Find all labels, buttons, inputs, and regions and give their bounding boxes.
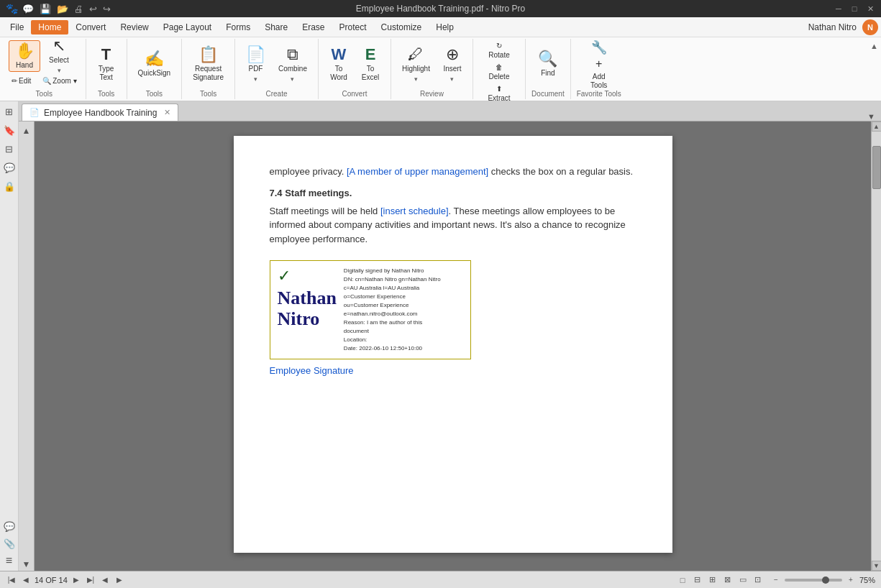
thumbnails-panel-icon[interactable]: ⊟ <box>2 142 17 156</box>
highlight-dropdown-icon: ▾ <box>414 75 418 83</box>
sig-info-line-10: Date: 2022-06-10 12:50+10:00 <box>344 344 441 353</box>
menu-home[interactable]: Home <box>31 20 68 35</box>
scrollbar-track[interactable] <box>872 132 882 561</box>
left-panel: ⊞ 🔖 ⊟ 💬 🔒 💬 📎 ≡ <box>0 101 19 571</box>
pdf-button[interactable]: 📄 PDF ▾ <box>241 42 270 88</box>
quicksign-button[interactable]: ✍ QuickSign <box>133 42 176 88</box>
redo-icon[interactable]: ↪ <box>103 4 111 14</box>
menu-share[interactable]: Share <box>257 20 295 35</box>
menu-convert[interactable]: Convert <box>68 20 113 35</box>
type-text-button[interactable]: T TypeText <box>92 42 121 88</box>
menu-pagelayout[interactable]: Page Layout <box>156 20 219 35</box>
collapse-panel-button[interactable]: ▼ <box>867 112 875 121</box>
zoom-slider[interactable] <box>785 579 842 582</box>
find-button[interactable]: 🔍 Find <box>533 42 562 88</box>
ribbon-group-favoritetools: 🔧 + AddTools Favorite Tools <box>571 39 627 99</box>
insert-dropdown-icon: ▾ <box>450 75 454 83</box>
para2-link: [insert schedule] <box>380 206 449 216</box>
two-page-cont-button[interactable]: ⊠ <box>721 574 734 586</box>
right-scrollbar[interactable]: ▲ ▼ <box>871 121 881 571</box>
single-page-view-button[interactable]: □ <box>676 574 689 586</box>
scroll-down-button[interactable]: ▼ <box>872 561 882 571</box>
to-excel-button[interactable]: E ToExcel <box>356 42 385 88</box>
zoom-button[interactable]: 🔍 Zoom ▾ <box>40 76 79 86</box>
maximize-button[interactable]: □ <box>849 4 859 14</box>
first-page-button[interactable]: |◀ <box>6 574 17 586</box>
sig-name: NathanNitro <box>278 288 337 329</box>
window-title: Employee Handbook Training.pdf - Nitro P… <box>356 4 525 14</box>
prev-page-button[interactable]: ◀ <box>20 574 32 586</box>
insert-button[interactable]: ⊕ Insert ▾ <box>438 42 467 88</box>
document-group-label: Document <box>531 90 565 98</box>
user-avatar[interactable]: N <box>862 19 878 35</box>
add-tools-label: AddTools <box>590 73 607 90</box>
menu-protect[interactable]: Protect <box>332 20 374 35</box>
continuous-view-button[interactable]: ⊟ <box>691 574 704 586</box>
menu-customize[interactable]: Customize <box>374 20 429 35</box>
reflow-button[interactable]: ⊡ <box>752 574 764 586</box>
minimize-button[interactable]: ─ <box>834 4 844 14</box>
ribbon-collapse-button[interactable]: ▲ <box>870 42 878 50</box>
select-button[interactable]: ↖ Select ▾ <box>43 40 75 72</box>
last-page-button[interactable]: ▶| <box>85 574 96 586</box>
ribbon-group-request: 📋 RequestSignature Tools <box>182 39 235 99</box>
next-view-button[interactable]: ▶ <box>114 574 125 586</box>
pdf-viewport[interactable]: employee privacy. [A member of upper man… <box>35 121 871 571</box>
highlight-icon: 🖊 <box>408 47 424 63</box>
undo-icon[interactable]: ↩ <box>89 4 97 14</box>
doc-tab-icon: 📄 <box>29 108 40 117</box>
annotations-panel-icon[interactable]: 💬 <box>2 160 17 175</box>
save-icon[interactable]: 💾 <box>40 4 51 14</box>
open-icon[interactable]: 📂 <box>57 4 68 14</box>
combine-button[interactable]: ⧉ Combine ▾ <box>273 42 312 88</box>
highlight-button[interactable]: 🖊 Highlight ▾ <box>397 42 435 88</box>
page-info: 14 OF 14 <box>35 576 68 584</box>
doc-tabs: 📄 Employee Handbook Training ✕ ▼ <box>19 101 881 121</box>
scroll-up-button[interactable]: ▲ <box>872 121 882 132</box>
menu-forms[interactable]: Forms <box>219 20 257 35</box>
doc-tab-title: Employee Handbook Training <box>44 108 157 118</box>
close-button[interactable]: ✕ <box>865 4 875 14</box>
zoom-in-button[interactable]: + <box>845 574 857 586</box>
rotate-button[interactable]: ↻ Rotate <box>483 40 514 60</box>
list-icon[interactable]: ≡ <box>2 553 17 568</box>
pdf-label: PDF <box>248 65 263 73</box>
edit-button[interactable]: ✏ Edit <box>9 76 34 86</box>
next-page-button[interactable]: ▶ <box>70 574 82 586</box>
side-scroll-down-icon[interactable]: ▼ <box>20 558 33 571</box>
doc-tab[interactable]: 📄 Employee Handbook Training ✕ <box>22 104 178 121</box>
fit-width-button[interactable]: ▭ <box>736 574 749 586</box>
title-bar: 🐾 💬 💾 📂 🖨 ↩ ↪ Employee Handbook Training… <box>0 0 881 17</box>
attach-icon[interactable]: 📎 <box>2 536 17 551</box>
two-page-view-button[interactable]: ⊞ <box>706 574 719 586</box>
chat-icon[interactable]: 💬 <box>22 4 34 14</box>
security-panel-icon[interactable]: 🔒 <box>2 179 17 193</box>
hand-button[interactable]: ✋ Hand <box>9 40 40 72</box>
page-navigation: |◀ ◀ 14 OF 14 ▶ ▶| ◀ ▶ <box>6 574 125 586</box>
extract-button[interactable]: ⬆ Extract <box>483 83 514 104</box>
title-bar-left: 🐾 💬 💾 📂 🖨 ↩ ↪ <box>6 3 111 14</box>
zoom-icon: 🔍 <box>42 77 51 85</box>
bookmarks-panel-icon[interactable]: 🔖 <box>2 123 17 137</box>
menu-erase[interactable]: Erase <box>295 20 332 35</box>
comment-icon[interactable]: 💬 <box>2 519 17 533</box>
menu-help[interactable]: Help <box>429 20 461 35</box>
scrollbar-thumb[interactable] <box>872 146 881 189</box>
favoritetools-group-label: Favorite Tools <box>577 90 621 98</box>
delete-page-button[interactable]: 🗑 Delete <box>483 62 514 82</box>
doc-tab-close-button[interactable]: ✕ <box>164 108 170 117</box>
add-tools-button[interactable]: 🔧 + AddTools <box>585 42 613 88</box>
zoom-out-button[interactable]: − <box>770 574 782 586</box>
request-signature-button[interactable]: 📋 RequestSignature <box>188 42 229 88</box>
print-icon[interactable]: 🖨 <box>74 4 83 14</box>
side-scroll-up-icon[interactable]: ▲ <box>20 124 33 137</box>
menu-file[interactable]: File <box>3 20 31 35</box>
sig-checkmark-icon: ✓ <box>278 267 291 285</box>
to-word-button[interactable]: W ToWord <box>324 42 353 88</box>
prev-view-button[interactable]: ◀ <box>99 574 111 586</box>
pages-panel-icon[interactable]: ⊞ <box>2 104 17 119</box>
menu-review[interactable]: Review <box>113 20 155 35</box>
zoom-slider-thumb[interactable] <box>822 576 829 584</box>
request-group-label: Tools <box>200 90 216 98</box>
convert-group-label: Convert <box>342 90 367 98</box>
